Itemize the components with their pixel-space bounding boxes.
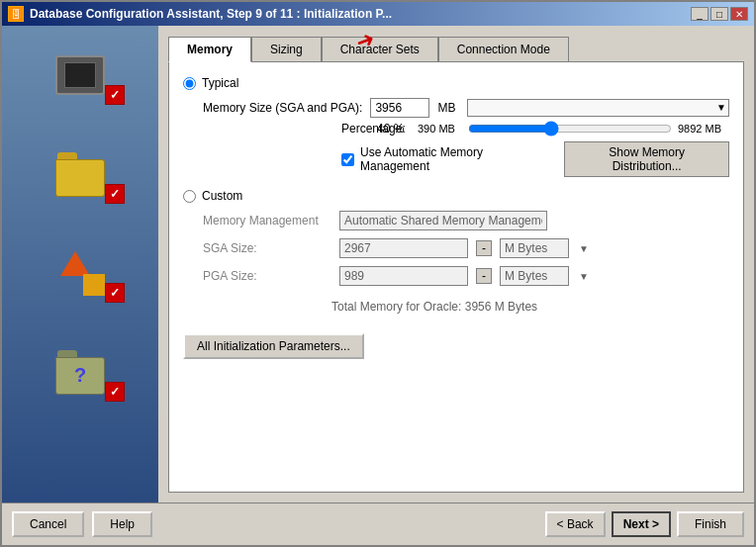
percentage-slider[interactable] [468, 122, 672, 136]
radio-custom[interactable] [183, 190, 196, 203]
tab-charsets[interactable]: Character Sets [322, 37, 438, 62]
finish-button[interactable]: Finish [677, 511, 744, 537]
app-icon: 🗄 [8, 6, 24, 22]
radio-typical[interactable] [183, 77, 196, 90]
memory-mgmt-row: Memory Management [203, 211, 729, 230]
close-button[interactable]: ✕ [730, 7, 748, 21]
all-init-params-button[interactable]: All Initialization Parameters... [183, 333, 364, 359]
tab-sizing[interactable]: Sizing [251, 37, 322, 62]
memory-size-label: Memory Size (SGA and PGA): [203, 101, 362, 115]
next-button[interactable]: Next > [612, 511, 671, 537]
total-memory-value: 3956 M Bytes [465, 300, 537, 314]
pga-input [339, 266, 468, 286]
sidebar-item-qfolder: ? ✓ [46, 342, 115, 402]
tab-connmode[interactable]: Connection Mode [438, 37, 569, 62]
shapes-icon [55, 251, 105, 296]
pga-unit [500, 266, 569, 286]
help-button[interactable]: Help [92, 511, 152, 537]
chip-icon [55, 55, 105, 95]
total-memory-label: Total Memory for Oracle: [331, 300, 461, 314]
pga-label: PGA Size: [203, 269, 331, 283]
total-memory-row: Total Memory for Oracle: 3956 M Bytes [331, 300, 729, 314]
tab-content-memory: Typical Memory Size (SGA and PGA): MB ▼ [168, 61, 744, 493]
sga-input [339, 238, 468, 258]
title-bar: 🗄 Database Configuration Assistant, Step… [2, 2, 754, 26]
cancel-button[interactable]: Cancel [12, 511, 84, 537]
sidebar: ✓ ✓ ✓ [2, 26, 158, 502]
sidebar-item-shapes: ✓ [46, 243, 115, 303]
checkmark-qfolder: ✓ [105, 382, 125, 402]
pga-minus-button: - [476, 268, 492, 284]
tab-memory[interactable]: Memory [168, 37, 251, 62]
main-window: 🗄 Database Configuration Assistant, Step… [0, 0, 756, 547]
checkmark-folder: ✓ [105, 184, 125, 204]
range-max: 9892 MB [678, 123, 729, 135]
maximize-button[interactable]: □ [710, 7, 728, 21]
main-panel: ➜ Memory Sizing Character Sets Connectio… [158, 26, 754, 502]
qfolder-icon: ? [55, 350, 105, 395]
memory-size-input[interactable] [370, 98, 429, 118]
folder-icon [55, 152, 105, 197]
label-typical: Typical [202, 76, 238, 90]
sga-minus-button: - [476, 240, 492, 256]
footer: Cancel Help < Back Next > Finish [2, 502, 754, 545]
percentage-label: Percentage: [341, 122, 371, 136]
window-title: Database Configuration Assistant, Step 9… [30, 7, 392, 21]
pga-row: PGA Size: - ▼ [203, 266, 729, 286]
memory-unit: MB [437, 101, 455, 115]
label-custom: Custom [202, 189, 242, 203]
show-memory-distribution-button[interactable]: Show Memory Distribution... [564, 141, 729, 177]
minimize-button[interactable]: _ [691, 7, 709, 21]
sga-label: SGA Size: [203, 241, 331, 255]
memory-mgmt-input [339, 211, 547, 230]
memory-dropdown[interactable]: ▼ [467, 99, 729, 117]
tab-bar: Memory Sizing Character Sets Connection … [168, 36, 744, 61]
sga-row: SGA Size: - ▼ [203, 238, 729, 258]
percentage-value: 40 % [377, 122, 412, 136]
range-min: 390 MB [418, 123, 462, 135]
sidebar-item-chip: ✓ [46, 46, 115, 105]
checkmark-shapes: ✓ [105, 283, 125, 303]
sga-unit [500, 238, 569, 258]
sidebar-item-folder: ✓ [46, 144, 115, 204]
checkmark-chip: ✓ [105, 85, 125, 105]
back-button[interactable]: < Back [545, 511, 606, 537]
checkbox-auto-memory[interactable] [341, 153, 354, 166]
label-auto-memory: Use Automatic Memory Management [360, 145, 548, 173]
memory-mgmt-label: Memory Management [203, 214, 331, 228]
